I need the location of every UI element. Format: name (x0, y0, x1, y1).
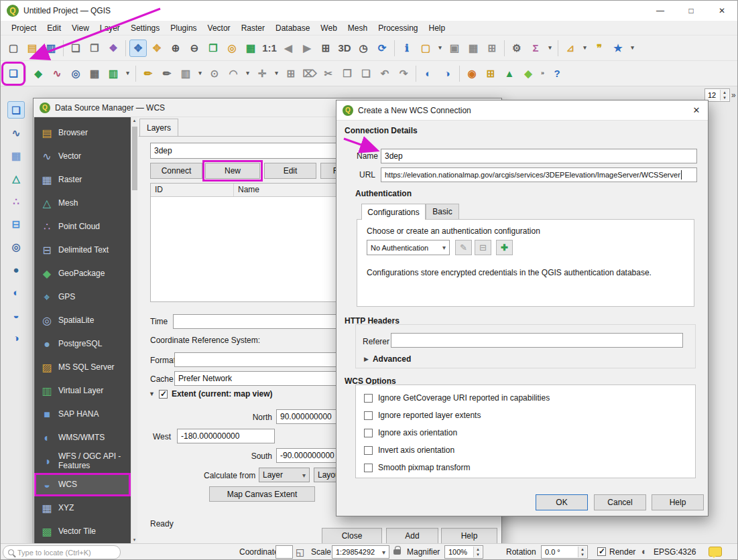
osm-place-search-icon[interactable]: ◉ (463, 65, 481, 82)
new-print-layout-icon[interactable]: ❑ (67, 40, 84, 57)
add-feature-icon[interactable]: ⊙ (206, 65, 223, 82)
sidebar-item-vector-tile[interactable]: ▩ Vector Tile (34, 520, 131, 543)
geopackage-tools-icon[interactable]: ◆ (519, 65, 537, 82)
west-field[interactable]: -180.000000000 (177, 429, 275, 443)
edit-auth-config-button[interactable]: ✎ (455, 240, 472, 255)
close-button[interactable]: ✕ (706, 1, 737, 21)
add-spatialite-layer-icon[interactable]: ◎ (7, 238, 25, 255)
advanced-expander[interactable]: ▶ Advanced (364, 354, 411, 364)
menu-help[interactable]: Help (424, 22, 451, 34)
new-virtual-layer-icon[interactable]: ▥ (105, 65, 122, 82)
extents-icon[interactable]: ◱ (296, 547, 304, 557)
menu-vector[interactable]: Vector (202, 22, 236, 34)
add-mesh-layer-icon[interactable]: △ (7, 169, 25, 187)
wcs-help-button[interactable]: Help (652, 494, 704, 510)
undo-icon[interactable]: ↶ (376, 65, 393, 82)
redo-icon[interactable]: ↷ (395, 65, 412, 82)
spinner-arrows-icon[interactable]: ▴▾ (578, 547, 587, 557)
checkbox-ignore-reported-layer-extents[interactable]: Ignore reported layer extents (364, 411, 550, 420)
new-3d-map-view-icon[interactable]: 3D (336, 40, 353, 57)
sidebar-item-vector[interactable]: ∿ Vector (34, 145, 131, 168)
checkbox-box[interactable] (364, 394, 373, 403)
sidebar-item-point-cloud[interactable]: ∴ Point Cloud (34, 215, 131, 238)
checkbox-smooth-pixmap-transform[interactable]: Smooth pixmap transform (364, 463, 550, 472)
menu-database[interactable]: Database (270, 22, 315, 34)
menu-raster[interactable]: Raster (236, 22, 270, 34)
zoom-out-icon[interactable]: ⊖ (186, 40, 203, 57)
cut-features-icon[interactable]: ✂ (320, 65, 337, 82)
dialog-close-icon[interactable]: ✕ (685, 100, 708, 120)
pan-to-selection-icon[interactable]: ✥ (148, 40, 166, 57)
bookmark-dropdown-icon[interactable]: ▾ (628, 40, 637, 57)
copy-features-icon[interactable]: ❐ (339, 65, 356, 82)
sidebar-item-xyz[interactable]: ▦ XYZ (34, 496, 131, 520)
extent-group-header[interactable]: ▼ Extent (current: map view) (149, 389, 273, 399)
open-attribute-table-icon[interactable]: ▦ (465, 40, 482, 57)
extent-checkbox[interactable] (159, 390, 168, 399)
wcs-dialog-titlebar[interactable]: Q Create a New WCS Connection ✕ (336, 100, 708, 121)
cancel-button[interactable]: Cancel (594, 494, 646, 510)
menu-layer[interactable]: Layer (95, 22, 125, 34)
toolbar-extension-icon[interactable]: » (538, 65, 547, 82)
measure-dropdown-icon[interactable]: ▾ (580, 40, 589, 57)
web-services-icon[interactable]: ◑ (438, 65, 456, 82)
zoom-next-icon[interactable]: ▶ (298, 40, 316, 57)
window-titlebar[interactable]: Q Untitled Project — QGIS — □ ✕ (1, 1, 737, 21)
new-project-icon[interactable]: ▢ (5, 40, 22, 57)
temporal-controller-icon[interactable]: ◷ (355, 40, 372, 57)
new-shapefile-layer-icon[interactable]: ∿ (48, 65, 66, 82)
sidebar-item-postgresql[interactable]: ● PostgreSQL (34, 332, 131, 356)
add-wms-layer-icon[interactable]: ◐ (7, 283, 25, 301)
edit-button[interactable]: Edit (264, 163, 316, 179)
referer-field[interactable] (391, 333, 683, 348)
show-layout-manager-icon[interactable]: ❒ (86, 40, 103, 57)
new-bookmark-icon[interactable]: ★ (609, 40, 627, 57)
processing-toolbox-icon[interactable]: ⚙ (508, 40, 526, 57)
sidebar-item-mesh[interactable]: △ Mesh (34, 192, 131, 215)
field-calculator-icon[interactable]: ⊞ (483, 40, 501, 57)
identify-features-icon[interactable]: ℹ (398, 40, 416, 57)
open-data-source-manager-icon[interactable]: ❏ (7, 101, 25, 119)
calculate-from-layer-select[interactable]: Layer (259, 468, 310, 482)
add-point-cloud-layer-icon[interactable]: ∴ (7, 192, 25, 210)
menu-mesh[interactable]: Mesh (343, 22, 373, 34)
zoom-last-icon[interactable]: ◀ (280, 40, 297, 57)
new-layer-dropdown-icon[interactable]: ▾ (123, 65, 132, 82)
minimize-button[interactable]: — (645, 1, 676, 21)
metasearch-icon[interactable]: ◐ (420, 65, 437, 82)
toolbar-overflow-chevron-icon[interactable]: » (731, 90, 736, 100)
add-raster-layer-icon[interactable]: ▦ (7, 147, 25, 164)
map-tips-icon[interactable]: ❞ (591, 40, 608, 57)
menu-web[interactable]: Web (315, 22, 342, 34)
rotation-spinbox[interactable]: 0.0 ° ▴▾ (541, 545, 588, 559)
zoom-to-layer-icon[interactable]: ▦ (242, 40, 259, 57)
lock-scale-icon[interactable] (393, 549, 401, 555)
menu-settings[interactable]: Settings (125, 22, 165, 34)
select-features-icon[interactable]: ▢ (417, 40, 434, 57)
vertex-tool-dropdown-icon[interactable]: ▾ (272, 65, 281, 82)
add-circular-string-icon[interactable]: ◠ (225, 65, 242, 82)
checkbox-ignore-axis-orientation[interactable]: Ignore axis orientation (364, 428, 550, 437)
add-vector-layer-icon[interactable]: ∿ (7, 124, 25, 141)
collapse-triangle-icon[interactable]: ▼ (149, 391, 155, 397)
column-header[interactable]: ID (151, 184, 234, 196)
tab-configurations[interactable]: Configurations (361, 204, 426, 220)
name-field[interactable]: 3dep (381, 149, 697, 163)
dsm-add-button[interactable]: Add (386, 528, 438, 544)
tab-layers[interactable]: Layers (139, 119, 178, 137)
select-dropdown-icon[interactable]: ▾ (436, 40, 444, 57)
sidebar-item-wfs-ogc-api-features[interactable]: ◑ WFS / OGC API - Features (34, 449, 131, 473)
statistics-panel-icon[interactable]: Σ (527, 40, 544, 57)
menu-edit[interactable]: Edit (42, 22, 66, 34)
remove-auth-config-button[interactable]: ⊟ (475, 240, 491, 255)
scale-select[interactable]: 1:29854292 (332, 545, 389, 559)
new-spatialite-layer-icon[interactable]: ◎ (67, 65, 84, 82)
scrollbar-thumb[interactable] (132, 127, 137, 190)
help-contents-icon[interactable]: ? (548, 65, 566, 82)
scroll-down-icon[interactable]: ▾ (131, 537, 137, 543)
refresh-map-icon[interactable]: ⟳ (373, 40, 391, 57)
url-field[interactable]: https://elevation.nationalmap.gov/arcgis… (381, 167, 697, 182)
add-wcs-layer-icon[interactable]: ◒ (7, 306, 25, 324)
pan-map-icon[interactable]: ✥ (129, 40, 147, 57)
data-source-manager-icon[interactable]: ❏ (5, 65, 22, 82)
